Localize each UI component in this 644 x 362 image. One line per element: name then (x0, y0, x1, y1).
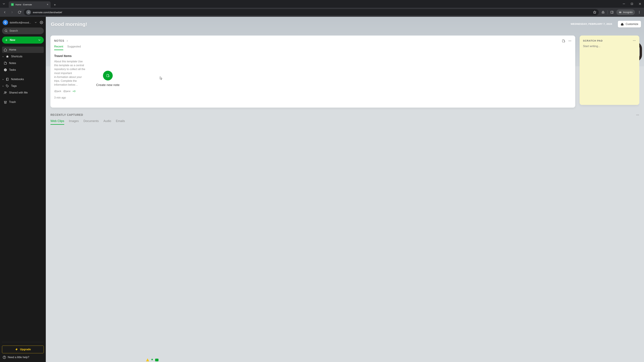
close-tab-button[interactable]: × (47, 3, 48, 6)
create-note-tile[interactable]: Create new note (90, 54, 126, 103)
recent-title: RECENTLY CAPTURED (50, 113, 83, 116)
svg-point-33 (569, 40, 569, 41)
new-button[interactable]: New (2, 36, 44, 43)
rtab-audio[interactable]: Audio (104, 119, 111, 125)
svg-point-18 (5, 30, 7, 32)
window-maximize-button[interactable] (628, 0, 636, 8)
tab-suggested[interactable]: Suggested (67, 45, 81, 50)
rtab-images[interactable]: Images (69, 119, 79, 125)
window-close-button[interactable] (636, 0, 644, 8)
nav-notebooks-label: Notebooks (11, 78, 24, 81)
svg-rect-1 (631, 3, 633, 5)
browser-titlebar: Home - Evernote × + (0, 0, 644, 8)
settings-icon[interactable] (40, 21, 43, 24)
svg-point-43 (638, 115, 639, 115)
nav-shortcuts[interactable]: ▸ Shortcuts (2, 53, 44, 60)
customize-button[interactable]: Customize (618, 21, 641, 27)
incognito-indicator[interactable]: Incognito (616, 9, 635, 15)
svg-point-28 (6, 92, 6, 93)
svg-marker-22 (6, 55, 9, 58)
nav-shortcuts-label: Shortcuts (11, 55, 22, 58)
scratch-textarea[interactable] (583, 44, 636, 102)
nav-tasks[interactable]: Tasks (2, 67, 44, 73)
home-icon (4, 48, 7, 51)
customize-icon (620, 22, 624, 26)
chevron-down-icon (38, 38, 41, 42)
upgrade-label: Upgrade (20, 348, 31, 351)
app-sidebar: Q 6d44f5c4@mood... Search New Home (0, 17, 46, 362)
caret-icon[interactable]: ▸ (3, 85, 4, 87)
svg-marker-8 (593, 11, 596, 13)
caret-icon[interactable]: ▸ (3, 55, 4, 58)
caret-icon[interactable]: ▸ (3, 78, 4, 80)
trash-icon (4, 100, 7, 104)
nav-notes[interactable]: Notes (2, 60, 44, 66)
note-tag-more: +3 (72, 90, 76, 92)
note-icon (4, 61, 7, 65)
account-chevron-icon[interactable] (34, 21, 37, 24)
note-card[interactable]: Travel Items About this template Use thi… (54, 54, 86, 103)
notes-title[interactable]: NOTES (54, 39, 64, 42)
scratch-more-button[interactable] (632, 39, 636, 42)
search-icon (4, 29, 8, 32)
empty-state-graphic: ★ (146, 358, 158, 361)
svg-point-5 (28, 12, 28, 12)
forward-button[interactable] (9, 9, 15, 15)
divider (2, 342, 44, 342)
avatar[interactable]: Q (3, 20, 8, 25)
check-circle-icon (4, 68, 7, 71)
nav-home-label: Home (9, 48, 16, 51)
nav-shared[interactable]: Shared with Me (2, 89, 44, 96)
help-link[interactable]: Need a little help? (2, 356, 44, 360)
svg-point-40 (635, 40, 636, 41)
rtab-web-clips[interactable]: Web Clips (50, 119, 64, 125)
tab-recent[interactable]: Recent (54, 45, 63, 50)
upgrade-button[interactable]: Upgrade (2, 346, 44, 353)
tab-search-button[interactable] (0, 0, 8, 8)
svg-point-41 (636, 115, 637, 115)
site-info-button[interactable] (26, 10, 31, 14)
address-bar[interactable]: evernote.com/client/web#/ (24, 9, 599, 15)
app-main: Good morning! WEDNESDAY, FEBRUARY 7, 202… (46, 17, 644, 362)
note-title: Travel Items (54, 54, 86, 58)
back-button[interactable] (2, 9, 8, 15)
svg-point-26 (6, 85, 7, 85)
nav-tags[interactable]: ▸ Tags (2, 83, 44, 89)
nav-home[interactable]: Home (2, 46, 44, 53)
rtab-documents[interactable]: Documents (84, 119, 99, 125)
notes-widget: NOTES Rec (50, 35, 575, 108)
bolt-icon (15, 348, 18, 351)
notes-more-button[interactable] (568, 39, 572, 42)
svg-point-14 (639, 11, 640, 11)
new-note-icon-button[interactable] (562, 39, 565, 42)
browser-tab-active[interactable]: Home - Evernote × (9, 1, 51, 8)
tab-title: Home - Evernote (16, 3, 32, 6)
reload-button[interactable] (16, 9, 22, 15)
star-icon (6, 55, 9, 58)
chevron-right-icon[interactable] (66, 39, 68, 42)
nav-notebooks[interactable]: ▸ Notebooks (2, 76, 44, 82)
window-minimize-button[interactable] (620, 0, 628, 8)
search-input[interactable]: Search (2, 27, 44, 34)
tag-icon (6, 84, 9, 88)
bookmark-button[interactable] (593, 10, 596, 14)
nav-trash[interactable]: Trash (2, 99, 44, 105)
svg-point-35 (570, 40, 571, 41)
evernote-favicon (11, 3, 14, 6)
create-note-label: Create new note (96, 83, 120, 87)
notebook-icon (6, 78, 9, 81)
customize-label: Customize (626, 23, 638, 26)
extensions-button[interactable] (600, 9, 606, 15)
side-panel-button[interactable] (609, 9, 615, 15)
svg-point-38 (633, 40, 634, 41)
new-tab-button[interactable]: + (52, 2, 58, 8)
nav-trash-label: Trash (9, 100, 16, 104)
svg-point-16 (639, 13, 640, 13)
recent-more-button[interactable] (636, 113, 639, 117)
avatar-initial: Q (4, 21, 6, 24)
account-name[interactable]: 6d44f5c4@mood... (10, 21, 33, 24)
rtab-emails[interactable]: Emails (116, 119, 125, 125)
nav-tags-label: Tags (11, 84, 17, 87)
browser-menu-button[interactable] (636, 9, 642, 15)
recently-captured-widget: RECENTLY CAPTURED Web Clips Images Docum… (50, 113, 639, 125)
